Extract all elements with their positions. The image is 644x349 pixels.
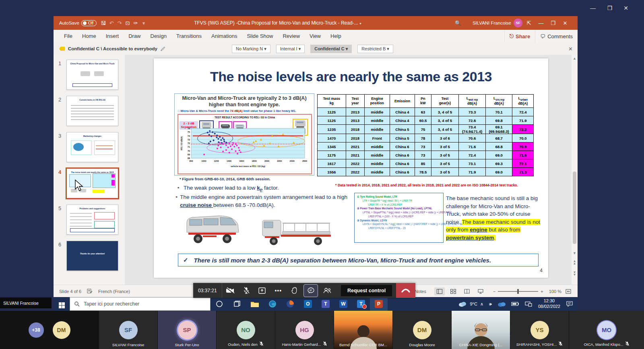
account-avatar[interactable]: SF: [514, 19, 522, 27]
network-icon[interactable]: [525, 302, 532, 307]
participant-tile[interactable]: YSSHIRAHASHI, YOSHI...: [510, 311, 569, 349]
teams-icon[interactable]: T: [317, 297, 334, 311]
participant-tile[interactable]: DMDouglas Moore: [392, 311, 451, 349]
menu-home[interactable]: Home: [77, 30, 101, 43]
account-name[interactable]: SILVANI Francoise: [473, 21, 511, 25]
weather-temp[interactable]: 9°C: [470, 302, 477, 306]
teams-maximize-button[interactable]: ❐: [604, 3, 616, 13]
slide-thumbnail-5[interactable]: 5Problems and suggestions: [54, 204, 121, 236]
share-button[interactable]: ⎋Share: [504, 30, 535, 43]
browser-icon[interactable]: [281, 297, 299, 311]
zoom-in-icon[interactable]: +: [541, 289, 543, 294]
search-icon[interactable]: 🔍: [454, 20, 462, 26]
powerpoint-icon[interactable]: P: [370, 297, 388, 311]
onedrive-icon[interactable]: [497, 302, 506, 307]
next-slide-button[interactable]: ▼▼: [572, 271, 578, 276]
normal-view-icon[interactable]: [434, 287, 445, 295]
menu-transitions[interactable]: Transitions: [171, 30, 206, 43]
ribbon-display-icon[interactable]: ⇱: [525, 20, 533, 26]
proofing-icon[interactable]: [87, 289, 93, 294]
undo-icon[interactable]: ↶: [107, 20, 116, 26]
zoom-slider[interactable]: [498, 291, 538, 292]
action-center-icon[interactable]: [566, 301, 573, 307]
word-icon[interactable]: W: [334, 297, 352, 311]
previous-slide-button[interactable]: ▲▲: [572, 260, 578, 264]
menu-animations[interactable]: Animations: [206, 30, 242, 43]
notes-toggle[interactable]: Notes: [415, 289, 426, 294]
menu-view[interactable]: View: [305, 30, 326, 43]
share-screen-icon[interactable]: [254, 283, 270, 298]
menu-review[interactable]: Review: [278, 30, 305, 43]
slide-sorter-view-icon[interactable]: [448, 287, 458, 295]
file-explorer-icon[interactable]: [246, 297, 264, 311]
participant-tile[interactable]: SFSILVANI Francoise: [99, 311, 157, 349]
participant-tile[interactable]: CHINA-XIE Dongming (...: [451, 311, 510, 349]
menu-design[interactable]: Design: [146, 30, 171, 43]
scroll-down-icon[interactable]: ▼: [572, 251, 578, 255]
quick-access-caret-icon[interactable]: ▾: [140, 20, 148, 26]
battery-icon[interactable]: [511, 302, 519, 306]
menu-help[interactable]: Help: [326, 30, 346, 43]
teams-minimize-button[interactable]: —: [587, 3, 599, 13]
reading-view-icon[interactable]: [462, 287, 472, 295]
autosave-toggle[interactable]: AutoSave Off: [59, 20, 97, 26]
participant-avatar-dm[interactable]: DM: [53, 321, 70, 339]
start-button[interactable]: [54, 299, 70, 308]
participant-tile[interactable]: HGHans-Martin Gerhard...: [275, 311, 334, 349]
more-actions-icon[interactable]: •••: [270, 283, 286, 298]
participants-icon[interactable]: [319, 283, 335, 298]
fit-to-window-icon[interactable]: [563, 287, 574, 295]
classification-option-restricted-b[interactable]: Restricted B ▾: [357, 45, 393, 53]
slide-thumbnail-2[interactable]: 2Current items in UN R51.03: [54, 96, 121, 127]
comments-button[interactable]: 🗩Comments: [535, 30, 578, 43]
teams-close-button[interactable]: ✕: [620, 3, 632, 13]
slide-scrollbar[interactable]: ▲ ▼ ▲▲ ▼▼: [572, 55, 578, 285]
classification-option-internal-i[interactable]: Internal I ▾: [276, 45, 305, 53]
cortana-icon[interactable]: [211, 297, 228, 311]
ink-icon[interactable]: ✑: [132, 20, 140, 26]
chat-icon[interactable]: [303, 284, 318, 297]
tray-chevron-icon[interactable]: ∧: [480, 302, 483, 307]
slide-thumbnail-4[interactable]: 4The noise levels are nearly the same as…: [54, 168, 121, 200]
participant-tile[interactable]: NOOuden, Niels den: [216, 311, 275, 349]
menu-insert[interactable]: Insert: [101, 30, 124, 43]
language-indicator[interactable]: French (France): [98, 289, 130, 294]
slide-thumbnail-6[interactable]: 6Thanks for your attention!: [54, 241, 121, 272]
edit-pencil-icon[interactable]: [161, 46, 165, 51]
edge-icon[interactable]: [264, 297, 281, 311]
participant-tile[interactable]: SPSturk Per-Uno: [157, 311, 216, 349]
participant-tile[interactable]: Bernd Schuettler GER BM...: [334, 311, 392, 349]
classification-close-icon[interactable]: ✕: [568, 46, 573, 52]
taskbar-search[interactable]: Taper ici pour rechercher: [70, 297, 211, 311]
ppt-close-icon[interactable]: ✕: [561, 20, 569, 26]
mic-off-icon[interactable]: [238, 283, 254, 298]
menu-slide-show[interactable]: Slide Show: [242, 30, 278, 43]
camera-off-icon[interactable]: [222, 283, 238, 298]
scroll-up-icon[interactable]: ▲: [572, 56, 578, 60]
task-view-icon[interactable]: [228, 297, 246, 311]
raise-hand-icon[interactable]: [286, 283, 302, 298]
ppt-restore-icon[interactable]: ❐: [549, 20, 557, 26]
overflow-participants-badge[interactable]: +38: [29, 322, 44, 338]
slideshow-view-icon[interactable]: [475, 287, 486, 295]
taskbar-clock[interactable]: 12:3008/02/2022: [538, 298, 560, 310]
ppt-minimize-icon[interactable]: —: [537, 20, 545, 26]
zoom-level[interactable]: 100 %: [549, 289, 561, 294]
volume-icon[interactable]: 🕪: [489, 302, 492, 307]
menu-file[interactable]: File: [59, 30, 77, 43]
zoom-out-icon[interactable]: −: [493, 289, 495, 294]
save-icon[interactable]: 🖫: [99, 20, 107, 26]
classification-option-no-marking-n[interactable]: No Marking N ▾: [232, 45, 270, 53]
weather-icon[interactable]: [458, 301, 467, 307]
tim-icon[interactable]: T: [352, 297, 370, 311]
slide-thumbnail-3[interactable]: 3Marketing changes: [54, 132, 121, 163]
menu-draw[interactable]: Draw: [124, 30, 145, 43]
request-control-button[interactable]: Request control: [341, 285, 392, 296]
slide-thumbnail-1[interactable]: 1China Proposal for Micro-Van and Micro-…: [54, 60, 121, 91]
present-icon[interactable]: ⊡: [124, 20, 132, 26]
hang-up-button[interactable]: [396, 283, 415, 298]
classification-option-confidential-c[interactable]: Confidential C ▾: [310, 45, 352, 53]
outlook-icon[interactable]: O: [299, 297, 317, 311]
participant-tile[interactable]: MOOICA, Manfred Klopo...: [569, 311, 644, 349]
redo-icon[interactable]: ↷: [116, 20, 124, 26]
